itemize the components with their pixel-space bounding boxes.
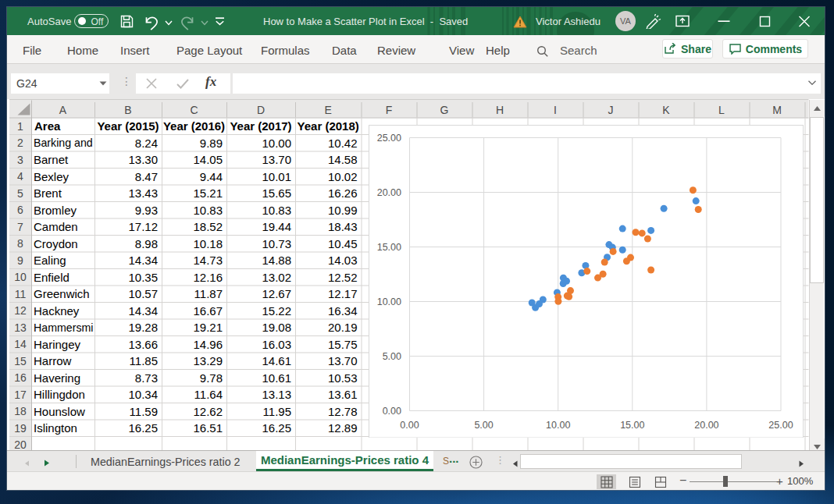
svg-text:G: G (440, 104, 449, 116)
svg-text:10.53: 10.53 (328, 371, 358, 385)
svg-text:19: 19 (14, 422, 27, 435)
svg-text:13.30: 13.30 (128, 153, 158, 166)
svg-text:4: 4 (17, 170, 23, 183)
svg-text:16.25: 16.25 (262, 421, 291, 435)
svg-text:16.67: 16.67 (193, 304, 223, 318)
svg-text:17.12: 17.12 (128, 220, 158, 233)
svg-text:10.83: 10.83 (262, 204, 291, 217)
svg-text:11.64: 11.64 (194, 388, 223, 401)
svg-text:13.43: 13.43 (128, 186, 158, 200)
svg-text:10.45: 10.45 (328, 237, 358, 250)
svg-text:16: 16 (14, 371, 27, 384)
svg-text:14: 14 (14, 338, 27, 350)
svg-text:B: B (124, 104, 131, 116)
svg-text:2: 2 (17, 137, 23, 149)
svg-text:16.34: 16.34 (328, 304, 358, 318)
svg-text:14.05: 14.05 (193, 153, 223, 166)
svg-text:Brent: Brent (34, 186, 62, 200)
svg-text:Area: Area (34, 119, 61, 133)
svg-text:14.96: 14.96 (193, 338, 223, 351)
svg-text:12.52: 12.52 (328, 271, 358, 284)
svg-text:Hammersmi: Hammersmi (34, 321, 93, 334)
svg-text:18: 18 (14, 405, 27, 417)
svg-text:Barking and: Barking and (34, 137, 93, 149)
svg-text:15.21: 15.21 (193, 186, 223, 200)
svg-text:0.00: 0.00 (383, 405, 401, 416)
svg-text:12.16: 12.16 (193, 271, 223, 284)
svg-text:K: K (662, 104, 670, 116)
svg-text:10.99: 10.99 (328, 204, 358, 217)
svg-text:Year (2015): Year (2015) (97, 119, 159, 133)
svg-text:10.34: 10.34 (128, 388, 158, 401)
svg-text:5.00: 5.00 (474, 419, 493, 430)
svg-text:Bromley: Bromley (34, 204, 77, 217)
svg-text:H: H (496, 104, 504, 116)
svg-text:19.28: 19.28 (128, 321, 158, 334)
svg-text:20.19: 20.19 (328, 321, 358, 334)
svg-text:11.59: 11.59 (130, 405, 158, 418)
svg-text:Croydon: Croydon (34, 237, 78, 250)
svg-text:12.62: 12.62 (193, 405, 223, 418)
svg-text:20.00: 20.00 (377, 186, 401, 197)
svg-text:9: 9 (17, 254, 23, 267)
svg-text:10.73: 10.73 (262, 237, 291, 250)
svg-text:13.02: 13.02 (262, 271, 291, 284)
svg-text:10.00: 10.00 (546, 419, 570, 430)
svg-text:11.85: 11.85 (130, 354, 158, 367)
svg-text:9.93: 9.93 (135, 204, 158, 217)
svg-text:7: 7 (17, 221, 23, 233)
svg-text:Haringey: Haringey (34, 338, 81, 351)
svg-text:A: A (59, 104, 67, 116)
svg-text:13.70: 13.70 (328, 354, 358, 367)
svg-text:11.87: 11.87 (194, 287, 223, 300)
svg-text:11.95: 11.95 (263, 405, 291, 418)
svg-text:13.13: 13.13 (262, 388, 291, 401)
svg-text:C: C (190, 104, 198, 116)
svg-text:17: 17 (14, 389, 27, 401)
svg-text:20: 20 (14, 438, 27, 450)
svg-text:5: 5 (17, 187, 23, 200)
svg-text:Barnet: Barnet (34, 153, 69, 166)
svg-text:12.67: 12.67 (262, 287, 291, 300)
svg-text:8: 8 (17, 237, 23, 250)
svg-text:Ealing: Ealing (34, 254, 66, 267)
svg-text:5.00: 5.00 (383, 350, 401, 361)
svg-text:Year (2017): Year (2017) (230, 119, 291, 133)
svg-text:10: 10 (14, 271, 27, 283)
svg-text:12: 12 (14, 304, 27, 317)
svg-text:16.51: 16.51 (193, 421, 223, 435)
svg-text:Bexley: Bexley (34, 170, 70, 183)
svg-text:9.78: 9.78 (200, 371, 223, 385)
svg-text:18.52: 18.52 (193, 220, 223, 233)
svg-text:15: 15 (14, 355, 27, 367)
svg-text:13.70: 13.70 (262, 153, 291, 166)
svg-text:25.00: 25.00 (377, 132, 401, 143)
svg-text:14.88: 14.88 (262, 254, 291, 267)
svg-text:18.43: 18.43 (328, 220, 358, 233)
svg-text:11: 11 (15, 288, 27, 300)
svg-text:M: M (772, 104, 782, 116)
svg-text:10.00: 10.00 (262, 137, 291, 150)
svg-text:Islington: Islington (34, 421, 77, 435)
svg-text:15.75: 15.75 (328, 338, 358, 351)
svg-text:10.01: 10.01 (262, 170, 291, 183)
svg-text:Hillingdon: Hillingdon (34, 388, 85, 401)
svg-text:12.17: 12.17 (328, 287, 358, 300)
svg-text:I: I (554, 104, 557, 116)
svg-text:8.73: 8.73 (135, 371, 158, 385)
svg-text:D: D (257, 104, 265, 116)
svg-text:1: 1 (17, 120, 23, 133)
svg-text:12.89: 12.89 (328, 421, 358, 435)
svg-text:15.00: 15.00 (377, 241, 401, 252)
svg-text:Hounslow: Hounslow (34, 405, 85, 418)
svg-text:13.29: 13.29 (193, 354, 223, 367)
svg-text:12.78: 12.78 (328, 405, 358, 418)
svg-text:9.44: 9.44 (200, 170, 223, 183)
svg-text:13.61: 13.61 (328, 388, 358, 401)
svg-text:Greenwich: Greenwich (34, 287, 90, 300)
svg-text:16.25: 16.25 (128, 421, 158, 435)
svg-text:15.22: 15.22 (262, 304, 291, 318)
svg-text:16.26: 16.26 (328, 186, 358, 200)
svg-text:L: L (718, 104, 725, 116)
svg-text:F: F (386, 104, 393, 116)
